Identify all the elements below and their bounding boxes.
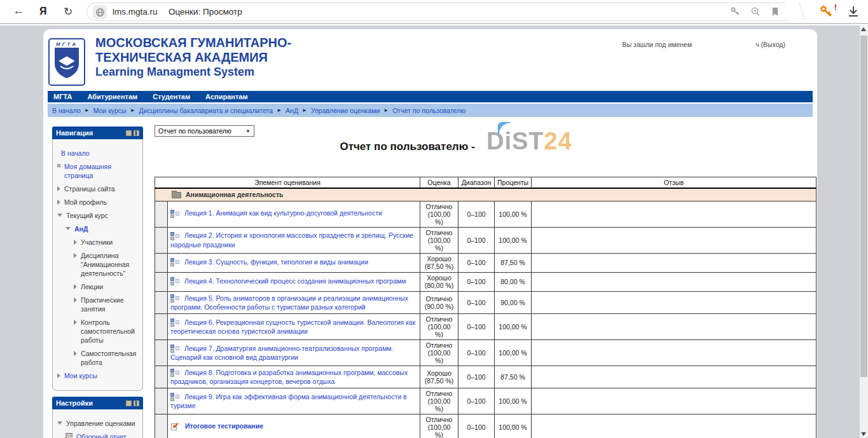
lesson-icon	[170, 232, 180, 241]
spacer-cell	[155, 414, 168, 438]
down-bullet-icon[interactable]	[57, 214, 62, 217]
sidebar-item-label[interactable]: Текущий курс	[66, 211, 108, 220]
scroll-down-arrow-icon[interactable]	[861, 432, 866, 436]
dock-block-icon[interactable]	[134, 130, 139, 136]
breadcrumb-item-1[interactable]: Мои курсы	[93, 107, 127, 114]
address-bar[interactable]: lms.mgta.ru Оценки: Просмотр	[86, 3, 797, 21]
right-bullet-icon[interactable]	[57, 200, 60, 205]
sidebar-item-label[interactable]: Контроль самостоятельной работы	[81, 318, 138, 345]
refresh-icon[interactable]: ↻	[64, 5, 72, 18]
nav-item-2[interactable]: Студентам	[153, 93, 190, 100]
back-icon[interactable]: ←	[13, 4, 25, 18]
grade-percent: (100,00 %)	[423, 210, 455, 226]
grade-cell: Хорошо(80,00 %)	[420, 272, 458, 291]
category-label[interactable]: Анимационная деятельность	[186, 191, 284, 198]
breadcrumb-item-5[interactable]: Отчет по пользователю	[392, 107, 465, 114]
navigation-block: Навигация В началоМоя домашняя страницаС…	[52, 127, 143, 391]
main-content: Отчет по пользователю ▼ Отчет по пользов…	[155, 125, 817, 438]
table-row: ✔Итоговое тестированиеОтлично(100,00 %)0…	[155, 414, 816, 438]
main-navbar: МГТААбитуриентамСтудентамАспирантам	[48, 91, 813, 102]
sidebar-item-label[interactable]: Участники	[81, 238, 113, 247]
collapse-block-icon[interactable]	[126, 130, 132, 136]
password-key-icon[interactable]	[730, 6, 740, 17]
breadcrumb-item-0[interactable]: В начало	[52, 107, 81, 114]
feedback-cell	[532, 227, 816, 253]
password-alert-icon[interactable]: !	[819, 4, 833, 21]
collapse-block-icon[interactable]	[126, 400, 132, 406]
zoom-icon[interactable]	[750, 6, 761, 17]
sidebar-item-label[interactable]: Лекции	[81, 282, 103, 291]
vertical-scrollbar[interactable]	[860, 25, 868, 438]
dock-block-icon[interactable]	[134, 400, 139, 406]
item-title-cell: Лекция 4. Технологический процесс создан…	[168, 272, 420, 291]
sidebar-item-label[interactable]: Самостоятельная работа	[81, 349, 138, 367]
download-icon[interactable]	[847, 5, 860, 20]
percent-cell: 100,00 %	[495, 313, 532, 339]
page-background: МГТА МОСКОВСКАЯ ГУМАНИТАРНО- ТЕХНИЧЕСКАЯ…	[0, 25, 868, 438]
url-domain[interactable]: lms.mgta.ru	[113, 7, 158, 17]
percent-cell: 100,00 %	[495, 339, 532, 366]
grade-cell: Отлично(100,00 %)	[420, 339, 458, 366]
breadcrumb-item-2[interactable]: Дисциплины бакалавриата и специалитета	[139, 107, 273, 114]
right-bullet-icon[interactable]	[74, 284, 77, 289]
grade-word: Отлично	[423, 203, 455, 210]
sidebar-item-label[interactable]: Управление оценками	[66, 419, 135, 428]
breadcrumb-item-4[interactable]: Управление оценками	[311, 107, 380, 114]
item-link[interactable]: Лекция 8. Подготовка и разработка анимац…	[170, 369, 408, 385]
right-bullet-icon[interactable]	[57, 373, 60, 378]
item-link[interactable]: Лекция 4. Технологический процесс создан…	[184, 277, 406, 285]
table-row: Лекция 5. Роль аниматоров в организации …	[155, 291, 816, 313]
quiz-icon: ✔	[170, 422, 181, 432]
item-link[interactable]: Лекция 7. Драматургия анимационно-театра…	[170, 345, 394, 361]
scrollbar-thumb[interactable]	[860, 36, 867, 377]
table-row: Лекция 2. История и хронология массовых …	[155, 227, 816, 253]
right-bullet-icon[interactable]	[74, 351, 77, 356]
sidebar-item-label[interactable]: Страницы сайта	[64, 184, 115, 193]
sidebar-item: Мои курсы	[57, 371, 138, 380]
sidebar-item-label[interactable]: В начало	[61, 149, 90, 158]
right-bullet-icon[interactable]	[74, 253, 77, 258]
feedback-cell	[532, 414, 816, 438]
grade-word: Хорошо	[423, 274, 455, 282]
down-bullet-icon[interactable]	[57, 421, 62, 425]
right-bullet-icon[interactable]	[74, 240, 77, 245]
breadcrumb-separator: ►	[383, 107, 389, 113]
yandex-logo-icon[interactable]: Я	[39, 6, 47, 17]
sidebar-item-label[interactable]: Моя домашняя страница	[64, 162, 138, 180]
sidebar-item-label[interactable]: Мой профиль	[64, 198, 107, 207]
sidebar-item-label[interactable]: Мои курсы	[64, 371, 97, 380]
nav-item-3[interactable]: Аспирантам	[205, 93, 247, 100]
item-link[interactable]: Лекция 9. Игра как эффективная форма ани…	[170, 393, 407, 409]
item-link[interactable]: Лекция 3. Сущность, функция, типология и…	[184, 258, 368, 266]
logout-link[interactable]: ч (Выход)	[755, 41, 785, 48]
right-bullet-icon[interactable]	[57, 186, 60, 191]
right-bullet-icon[interactable]	[74, 298, 77, 303]
feedback-cell	[532, 388, 816, 414]
nav-item-1[interactable]: Абитуриентам	[87, 93, 137, 100]
item-link[interactable]: Лекция 5. Роль аниматоров в организации …	[170, 294, 408, 311]
breadcrumb-separator: ►	[85, 107, 90, 113]
navigation-block-title: Навигация	[56, 129, 93, 137]
grade-percent: (87,50 %)	[423, 377, 455, 385]
percent-cell: 87,50 %	[495, 366, 532, 388]
sidebar-item-label[interactable]: Дисциплина "Анимационная деятельность"	[81, 251, 138, 278]
item-link[interactable]: Лекция 1. Анимация как вид культурно-дос…	[184, 209, 382, 217]
sidebar-item-label[interactable]: Практические занятия	[81, 296, 138, 313]
scroll-up-arrow-icon[interactable]	[861, 27, 866, 31]
sidebar-item: Обзорный отчет	[65, 432, 138, 438]
grade-word: Отлично	[423, 341, 455, 349]
item-link[interactable]: Итоговое тестирование	[185, 423, 263, 430]
nav-item-0[interactable]: МГТА	[53, 93, 72, 100]
item-link[interactable]: Лекция 6. Рекреационная сущность туристс…	[170, 318, 415, 335]
grade-word: Хорошо	[423, 369, 455, 377]
sidebar-item-label[interactable]: Обзорный отчет	[76, 432, 127, 438]
right-bullet-icon[interactable]	[74, 320, 77, 325]
breadcrumb-item-3[interactable]: АнД	[286, 107, 298, 114]
bookmark-icon[interactable]	[771, 7, 780, 17]
item-link[interactable]: Лекция 2. История и хронология массовых …	[170, 231, 413, 248]
down-bullet-icon[interactable]	[65, 227, 71, 230]
university-logo[interactable]: МГТА	[48, 38, 85, 86]
report-type-select[interactable]: Отчет по пользователю ▼	[155, 125, 254, 137]
feedback-cell	[532, 253, 816, 272]
sidebar-item-label[interactable]: АнД	[74, 224, 88, 233]
